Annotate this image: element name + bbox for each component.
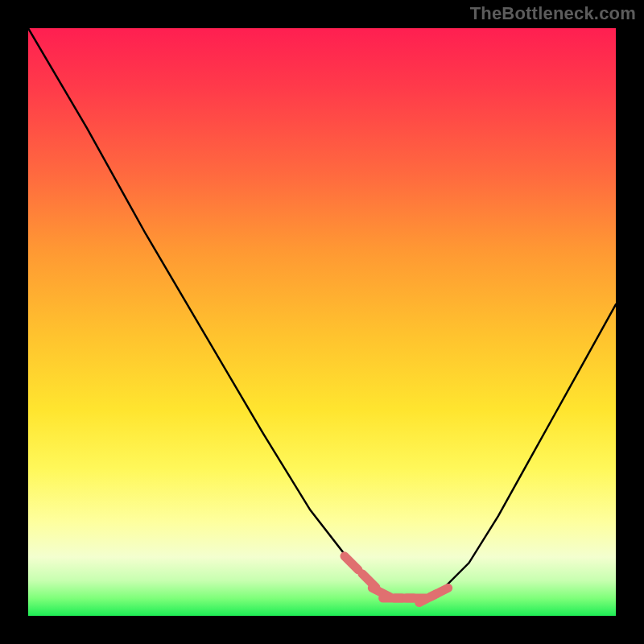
chart-frame: TheBottleneck.com [0, 0, 644, 644]
plot-area [28, 28, 616, 616]
marker-dash [431, 588, 448, 597]
curve-path [28, 28, 616, 598]
watermark-text: TheBottleneck.com [470, 3, 636, 24]
marker-group [345, 556, 448, 603]
main-curve [28, 28, 616, 598]
curve-layer [28, 28, 616, 616]
marker-dash [345, 556, 358, 570]
